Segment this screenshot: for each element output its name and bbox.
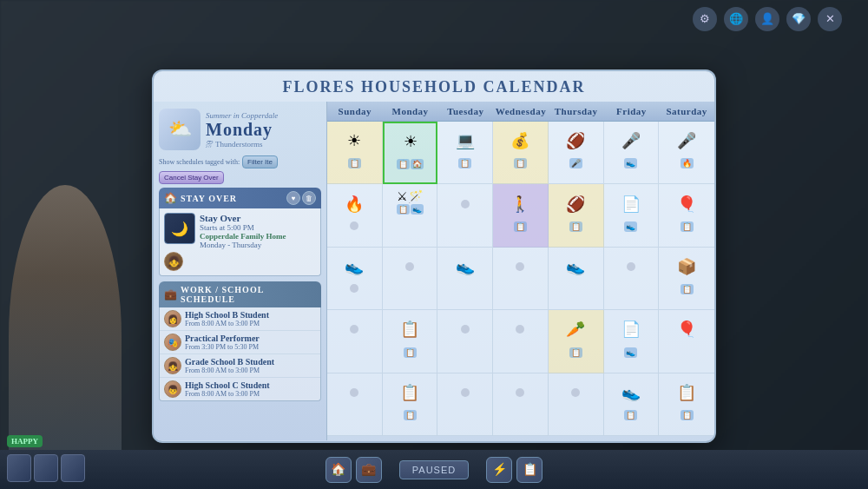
cal-cell[interactable]: 📋 📋 bbox=[383, 373, 438, 436]
weather-icon: ⛈ bbox=[206, 140, 214, 149]
cell-badge: 👟 bbox=[411, 204, 424, 215]
cal-cell[interactable]: 👟 📋 bbox=[604, 373, 660, 436]
filter-button[interactable]: Filter Ite bbox=[242, 155, 278, 169]
cal-cell[interactable]: 🏈 🎤 bbox=[549, 122, 604, 184]
cell-icon: 👟 bbox=[439, 249, 490, 284]
cal-cell[interactable]: 💻 📋 bbox=[437, 122, 493, 184]
cal-cell[interactable] bbox=[493, 248, 549, 310]
cell-badge: 📋 bbox=[404, 410, 417, 420]
sched-title-3: Grade School B Student bbox=[185, 357, 316, 367]
cal-cell[interactable] bbox=[437, 184, 493, 247]
cal-cell[interactable]: 👟 bbox=[327, 248, 383, 310]
sched-time-3: From 8:00 AM to 3:00 PM bbox=[185, 367, 316, 374]
schedule-item: 🎭 Practical Performer From 3:30 PM to 5:… bbox=[160, 331, 320, 354]
cell-icon bbox=[329, 312, 380, 347]
cell-icon bbox=[439, 312, 490, 347]
portrait-3[interactable] bbox=[61, 454, 85, 482]
filter-label: Show schedules tagged with: bbox=[159, 158, 240, 166]
cal-cell[interactable]: 🥕 📋 bbox=[549, 310, 604, 373]
cal-cell[interactable]: 📋 📋 bbox=[383, 310, 438, 373]
cell-bottom: 📋 bbox=[661, 221, 713, 232]
sched-title-1: High School B Student bbox=[185, 310, 316, 320]
home-icon: 🏠 bbox=[164, 192, 177, 205]
cal-cell[interactable] bbox=[493, 310, 549, 373]
bottom-icon-3[interactable]: ⚡ bbox=[486, 457, 512, 483]
cal-cell[interactable]: 💰 📋 bbox=[493, 122, 549, 184]
cell-badge: 📋 bbox=[458, 158, 471, 169]
delete-icon[interactable]: 🗑 bbox=[302, 191, 316, 205]
cell-bottom: 📋 bbox=[661, 410, 713, 420]
cal-cell[interactable]: 🎈 bbox=[659, 310, 714, 373]
sched-avatar-3: 👧 bbox=[164, 357, 181, 374]
cell-badge: 📋 bbox=[514, 221, 527, 232]
card-thumbnail: 🌙 bbox=[164, 213, 195, 244]
cancel-stay-over-button[interactable]: Cancel Stay Over bbox=[159, 171, 224, 184]
cal-cell[interactable] bbox=[437, 310, 493, 373]
cell-icon: 🥕 bbox=[550, 312, 602, 347]
cal-cell[interactable]: 🔥 bbox=[327, 184, 383, 247]
cal-cell[interactable] bbox=[327, 310, 383, 373]
cell-badge: 📋 bbox=[624, 410, 637, 420]
cell-icon: 🏈 bbox=[550, 186, 602, 221]
sched-avatar-4: 👦 bbox=[164, 380, 181, 398]
cal-cell[interactable]: 👟 bbox=[437, 248, 493, 310]
cell-bottom: 📋 bbox=[385, 410, 436, 420]
cell-icon: 🎤 bbox=[606, 123, 657, 158]
stay-over-title: Stay Over bbox=[181, 194, 283, 203]
cal-cell[interactable] bbox=[493, 373, 549, 436]
cal-cell[interactable]: 🚶 📋 bbox=[493, 184, 549, 247]
bottom-icon-2[interactable]: 💼 bbox=[356, 457, 382, 483]
gem-icon[interactable]: 💎 bbox=[786, 7, 811, 31]
cell-icon: 📋 bbox=[661, 375, 713, 410]
cal-cell[interactable]: ⚔🪄 📋 👟 bbox=[383, 184, 438, 247]
cell-icon bbox=[550, 375, 602, 410]
close-icon[interactable]: ✕ bbox=[818, 7, 842, 31]
heart-icon[interactable]: ♥ bbox=[286, 191, 300, 205]
filter-row: Show schedules tagged with: Filter Ite C… bbox=[159, 155, 321, 184]
cell-bottom: 📋 bbox=[661, 284, 713, 294]
bottom-icon-4[interactable]: 📋 bbox=[516, 457, 542, 483]
cal-cell[interactable] bbox=[604, 248, 660, 310]
cell-badge: 📋 bbox=[514, 158, 527, 169]
top-bar: ⚙ 🌐 👤 💎 ✕ bbox=[693, 7, 842, 31]
cal-cell[interactable]: 📄 👟 bbox=[604, 310, 660, 373]
bottom-icon-1[interactable]: 🏠 bbox=[326, 457, 352, 483]
cell-badge: 📋 bbox=[569, 347, 582, 358]
bottom-bar: 🏠 💼 PAUSED ⚡ 📋 bbox=[0, 450, 868, 489]
cell-icon bbox=[495, 312, 546, 347]
cell-badge: 🔥 bbox=[681, 158, 694, 169]
cell-bottom: 📋 bbox=[495, 221, 546, 232]
cal-cell[interactable] bbox=[327, 373, 383, 436]
cal-cell[interactable]: 📄 👟 bbox=[604, 184, 660, 247]
cal-cell[interactable] bbox=[383, 248, 438, 310]
cal-cell[interactable]: 📦 📋 bbox=[659, 248, 714, 310]
cal-cell[interactable]: 📋 📋 bbox=[659, 373, 714, 436]
globe-icon[interactable]: 🌐 bbox=[724, 7, 748, 31]
stay-over-header: 🏠 Stay Over ♥ 🗑 bbox=[159, 188, 321, 208]
cell-bottom: 👟 bbox=[606, 221, 657, 232]
pause-button[interactable]: PAUSED bbox=[399, 460, 469, 479]
bottom-left-icons: 🏠 💼 bbox=[326, 457, 382, 483]
cal-cell[interactable] bbox=[549, 373, 604, 436]
cell-bottom: 🎤 bbox=[550, 158, 602, 169]
cal-cell[interactable]: 👟 bbox=[549, 248, 604, 310]
cell-icon bbox=[439, 186, 490, 221]
cal-cell-monday-selected[interactable]: ☀ 📋 🏠 bbox=[383, 122, 438, 184]
cell-bottom: 📋 👟 bbox=[385, 204, 436, 215]
profile-icon[interactable]: 👤 bbox=[755, 7, 779, 31]
calendar-panel: Flores Household Calendar ⛅ Summer in Co… bbox=[152, 69, 716, 443]
cell-bottom: 📋 bbox=[550, 221, 602, 232]
portrait-1[interactable] bbox=[7, 454, 31, 482]
portrait-2[interactable] bbox=[34, 454, 58, 482]
stay-over-card: 🌙 Stay Over Starts at 5:00 PM Copperdale… bbox=[159, 208, 321, 276]
cal-cell[interactable] bbox=[437, 373, 493, 436]
day-header: ⛅ Summer in Copperdale Monday ⛈ Thunders… bbox=[159, 109, 321, 150]
cal-cell[interactable]: 🎤 👟 bbox=[604, 122, 660, 184]
cell-badge: 📋 bbox=[397, 159, 410, 169]
cal-cell[interactable]: ☀ 📋 bbox=[327, 122, 383, 184]
cal-cell[interactable]: 🏈 📋 bbox=[549, 184, 604, 247]
cal-cell[interactable]: 🎈 📋 bbox=[659, 184, 714, 247]
cal-cell[interactable]: 🎤 🔥 bbox=[659, 122, 714, 184]
cell-icon: ☀ bbox=[386, 125, 435, 159]
gear-icon[interactable]: ⚙ bbox=[693, 7, 717, 31]
